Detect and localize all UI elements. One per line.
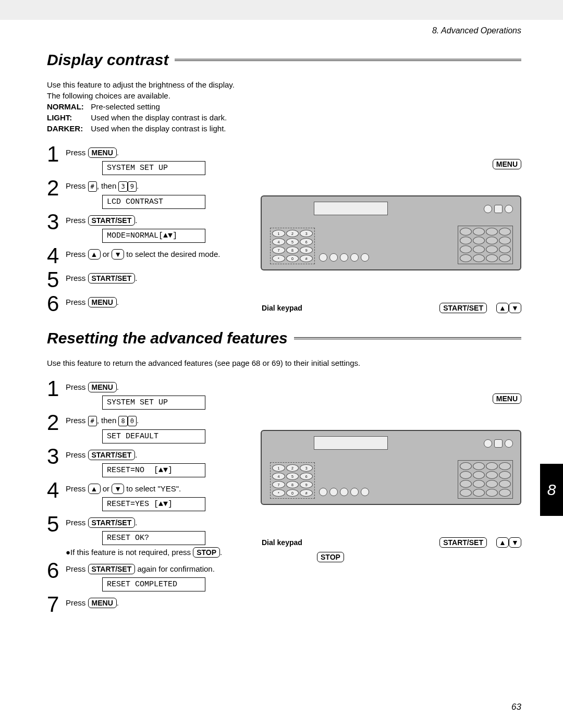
punct: . bbox=[117, 298, 119, 306]
section2-title: Resetting the advanced features bbox=[47, 329, 288, 347]
up-key: ▲ bbox=[88, 484, 101, 494]
step7-text: Press bbox=[66, 598, 88, 607]
startset-key: START/SET bbox=[88, 564, 136, 574]
device-screen bbox=[314, 202, 388, 215]
dial-keypad-callout: Dial keypad bbox=[261, 538, 303, 547]
divider bbox=[175, 59, 521, 61]
punct: . bbox=[117, 148, 119, 157]
step-num: 3 bbox=[47, 446, 60, 467]
step-num: 6 bbox=[47, 293, 60, 315]
digit-key: 8 bbox=[118, 416, 127, 426]
lcd-display: RESET=NO [▲▼] bbox=[102, 463, 205, 477]
lcd-display: RESET OK? bbox=[102, 531, 205, 545]
hash-key: # bbox=[88, 181, 97, 192]
down-key: ▼ bbox=[112, 249, 124, 260]
page-number: 63 bbox=[511, 702, 521, 712]
step2-text: Press bbox=[66, 416, 88, 425]
device-keypad: 123456789*0# bbox=[270, 462, 315, 499]
dial-keypad-callout: Dial keypad bbox=[261, 303, 303, 313]
step3-text: Press bbox=[66, 450, 88, 459]
device-screen bbox=[314, 436, 388, 450]
down-callout: ▼ bbox=[509, 537, 521, 548]
divider bbox=[294, 337, 521, 339]
startset-key: START/SET bbox=[88, 273, 136, 283]
punct: . bbox=[220, 548, 222, 557]
device-button-grid bbox=[458, 460, 513, 499]
device-diagram: 123456789*0# bbox=[261, 195, 521, 270]
up-callout: ▲ bbox=[496, 303, 509, 313]
chapter-tab: 8 bbox=[540, 464, 563, 516]
step4-text: Press bbox=[66, 484, 88, 493]
step-num: 2 bbox=[47, 177, 60, 199]
step4-tail: to select "YES". bbox=[124, 484, 181, 493]
opt-darker-desc: Used when the display contrast is light. bbox=[91, 124, 226, 133]
opt-normal-desc: Pre-selected setting bbox=[91, 102, 160, 111]
device-diagram: 123456789*0# bbox=[261, 430, 521, 505]
startset-callout: START/SET bbox=[439, 303, 487, 313]
step2-text2: , then bbox=[97, 416, 119, 425]
device-fn-row bbox=[319, 488, 369, 496]
step-num: 7 bbox=[47, 594, 60, 615]
step-num: 2 bbox=[47, 412, 60, 434]
punct: . bbox=[135, 274, 137, 282]
step-num: 5 bbox=[47, 269, 60, 291]
chapter-header: 8. Advanced Operations bbox=[47, 26, 521, 35]
menu-key: MENU bbox=[88, 147, 117, 158]
down-key: ▼ bbox=[112, 484, 124, 494]
device-fn-row bbox=[319, 253, 369, 262]
device-top-row bbox=[484, 439, 513, 448]
menu-key: MENU bbox=[88, 382, 117, 392]
step1-text: Press bbox=[66, 148, 88, 157]
step2-text: Press bbox=[66, 181, 88, 190]
section2-intro: Use this feature to return the advanced … bbox=[47, 357, 521, 368]
menu-callout: MENU bbox=[493, 159, 521, 169]
startset-key: START/SET bbox=[88, 215, 136, 226]
lcd-display: RESET COMPLETED bbox=[102, 577, 205, 591]
startset-key: START/SET bbox=[88, 517, 136, 528]
menu-callout: MENU bbox=[493, 393, 521, 404]
device-keypad: 123456789*0# bbox=[270, 228, 315, 264]
or-text: or bbox=[101, 484, 112, 493]
step6-tail: again for confirmation. bbox=[135, 564, 215, 573]
step1-text: Press bbox=[66, 382, 88, 391]
menu-key: MENU bbox=[88, 297, 117, 307]
opt-light-desc: Used when the display contrast is dark. bbox=[91, 113, 227, 122]
stop-key: STOP bbox=[193, 547, 220, 558]
step-num: 4 bbox=[47, 479, 60, 501]
opt-darker-label: DARKER: bbox=[47, 123, 89, 134]
digit-key: 9 bbox=[128, 181, 137, 192]
device-top-row bbox=[484, 205, 513, 213]
hash-key: # bbox=[88, 416, 97, 426]
opt-light-label: LIGHT: bbox=[47, 112, 89, 123]
section1-title: Display contrast bbox=[47, 51, 168, 69]
punct: . bbox=[135, 450, 137, 459]
step4-tail: to select the desired mode. bbox=[124, 250, 220, 258]
step-num: 1 bbox=[47, 378, 60, 400]
startset-key: START/SET bbox=[88, 450, 136, 460]
section1-intro: Use this feature to adjust the brightnes… bbox=[47, 79, 521, 134]
up-callout: ▲ bbox=[496, 537, 509, 548]
step6-text: Press bbox=[66, 298, 88, 306]
step3-text: Press bbox=[66, 216, 88, 225]
down-callout: ▼ bbox=[509, 303, 521, 313]
step5-note: ●If this feature is not required, press bbox=[66, 548, 193, 557]
step-num: 6 bbox=[47, 560, 60, 582]
step4-text: Press bbox=[66, 250, 88, 258]
lcd-display: RESET=YES [▲▼] bbox=[102, 497, 205, 511]
startset-callout: START/SET bbox=[439, 537, 487, 548]
opt-normal-label: NORMAL: bbox=[47, 101, 89, 112]
step5-text: Press bbox=[66, 274, 88, 282]
punct: . bbox=[117, 598, 119, 607]
section1-intro-text: Use this feature to adjust the brightnes… bbox=[47, 79, 521, 101]
stop-callout: STOP bbox=[317, 552, 344, 562]
or-text: or bbox=[101, 250, 112, 258]
up-key: ▲ bbox=[88, 249, 101, 260]
step-num: 4 bbox=[47, 245, 60, 267]
digit-key: 0 bbox=[128, 416, 137, 426]
menu-key: MENU bbox=[88, 598, 117, 608]
punct: . bbox=[135, 518, 137, 527]
lcd-display: SET DEFAULT bbox=[102, 429, 205, 443]
lcd-display: SYSTEM SET UP bbox=[102, 161, 205, 175]
top-shade bbox=[0, 0, 563, 20]
punct: . bbox=[117, 382, 119, 391]
